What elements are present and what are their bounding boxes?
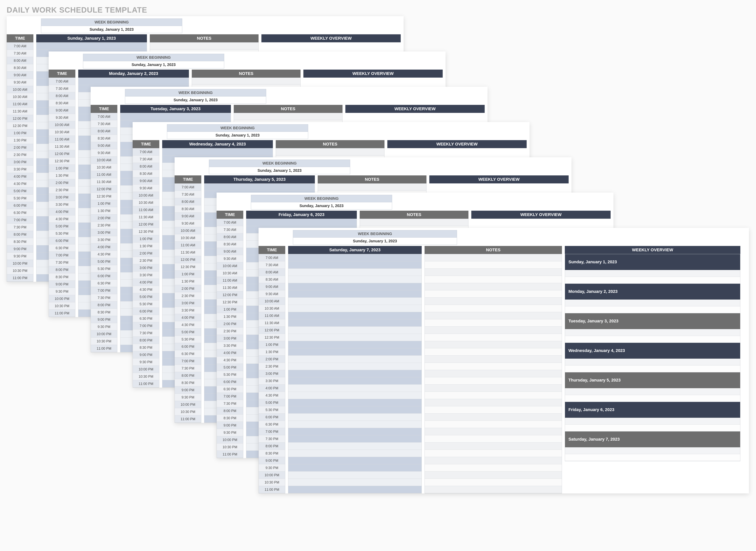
notes-cell[interactable]: [425, 312, 562, 319]
overview-line[interactable]: [565, 359, 740, 366]
notes-cell[interactable]: [425, 291, 562, 298]
notes-cell[interactable]: [425, 276, 562, 283]
schedule-cell[interactable]: [288, 443, 422, 450]
schedule-cell[interactable]: [288, 327, 422, 334]
overview-day-header[interactable]: Saturday, January 7, 2023: [565, 432, 740, 447]
schedule-cell[interactable]: [288, 291, 422, 298]
notes-cell[interactable]: [425, 334, 562, 341]
week-beginning-value[interactable]: Sunday, January 1, 2023: [293, 237, 457, 245]
notes-cell[interactable]: [425, 348, 562, 356]
notes-cell[interactable]: [425, 435, 562, 443]
schedule-cell[interactable]: [36, 42, 147, 50]
overview-line[interactable]: [565, 329, 740, 336]
notes-cell[interactable]: [425, 268, 562, 276]
notes-cell[interactable]: [425, 450, 562, 457]
schedule-cell[interactable]: [288, 450, 422, 457]
notes-cell[interactable]: [425, 392, 562, 399]
schedule-cell[interactable]: [288, 457, 422, 464]
week-beginning-value[interactable]: Sunday, January 1, 2023: [209, 167, 350, 174]
notes-cell[interactable]: [276, 148, 384, 155]
schedule-cell[interactable]: [288, 356, 422, 363]
schedule-cell[interactable]: [288, 341, 422, 348]
overview-day-header[interactable]: Thursday, January 5, 2023: [565, 372, 740, 388]
notes-cell[interactable]: [425, 327, 562, 334]
overview-line[interactable]: [565, 425, 740, 432]
overview-day-header[interactable]: Tuesday, January 3, 2023: [565, 313, 740, 329]
notes-cell[interactable]: [425, 356, 562, 363]
overview-line[interactable]: [565, 418, 740, 425]
schedule-cell[interactable]: [288, 283, 422, 291]
schedule-cell[interactable]: [288, 472, 422, 479]
notes-cell[interactable]: [425, 261, 562, 268]
notes-cell[interactable]: [192, 78, 300, 85]
notes-cell[interactable]: [425, 399, 562, 406]
overview-line[interactable]: [565, 366, 740, 372]
notes-cell[interactable]: [360, 219, 468, 226]
schedule-cell[interactable]: [78, 78, 189, 85]
week-beginning-value[interactable]: Sunday, January 1, 2023: [167, 132, 308, 139]
overview-day-header[interactable]: Sunday, January 1, 2023: [565, 254, 740, 270]
schedule-cell[interactable]: [288, 268, 422, 276]
notes-cell[interactable]: [425, 443, 562, 450]
schedule-cell[interactable]: [288, 464, 422, 472]
notes-cell[interactable]: [425, 283, 562, 291]
schedule-cell[interactable]: [288, 435, 422, 443]
notes-cell[interactable]: [425, 486, 562, 493]
week-beginning-value[interactable]: Sunday, January 1, 2023: [251, 202, 392, 209]
schedule-cell[interactable]: [288, 319, 422, 327]
schedule-cell[interactable]: [288, 479, 422, 486]
schedule-cell[interactable]: [288, 385, 422, 392]
schedule-cell[interactable]: [288, 414, 422, 421]
notes-cell[interactable]: [425, 406, 562, 414]
notes-cell[interactable]: [425, 341, 562, 348]
schedule-cell[interactable]: [288, 305, 422, 312]
overview-line[interactable]: [565, 307, 740, 313]
notes-cell[interactable]: [425, 472, 562, 479]
overview-day-header[interactable]: Wednesday, January 4, 2023: [565, 343, 740, 359]
schedule-cell[interactable]: [204, 183, 315, 191]
notes-cell[interactable]: [425, 414, 562, 421]
notes-cell[interactable]: [425, 305, 562, 312]
notes-cell[interactable]: [425, 464, 562, 472]
schedule-cell[interactable]: [120, 113, 231, 120]
schedule-cell[interactable]: [288, 312, 422, 319]
week-beginning-value[interactable]: Sunday, January 1, 2023: [83, 61, 224, 68]
schedule-cell[interactable]: [288, 392, 422, 399]
schedule-cell[interactable]: [288, 421, 422, 428]
notes-cell[interactable]: [425, 457, 562, 464]
notes-cell[interactable]: [425, 421, 562, 428]
notes-cell[interactable]: [425, 254, 562, 261]
notes-cell[interactable]: [234, 113, 342, 120]
schedule-cell[interactable]: [288, 406, 422, 414]
schedule-cell[interactable]: [288, 377, 422, 385]
overview-line[interactable]: [565, 336, 740, 343]
schedule-cell[interactable]: [163, 148, 273, 155]
overview-line[interactable]: [565, 447, 740, 454]
schedule-cell[interactable]: [288, 298, 422, 305]
notes-cell[interactable]: [425, 363, 562, 370]
schedule-cell[interactable]: [288, 486, 422, 493]
overview-line[interactable]: [565, 270, 740, 277]
schedule-cell[interactable]: [288, 348, 422, 356]
overview-line[interactable]: [565, 388, 740, 395]
schedule-cell[interactable]: [288, 399, 422, 406]
notes-cell[interactable]: [425, 377, 562, 385]
overview-day-header[interactable]: Monday, January 2, 2023: [565, 284, 740, 300]
notes-cell[interactable]: [425, 298, 562, 305]
overview-line[interactable]: [565, 395, 740, 402]
overview-line[interactable]: [565, 454, 740, 461]
notes-cell[interactable]: [425, 370, 562, 377]
notes-cell[interactable]: [425, 319, 562, 327]
schedule-cell[interactable]: [246, 219, 356, 226]
notes-cell[interactable]: [318, 183, 426, 191]
schedule-cell[interactable]: [288, 428, 422, 435]
schedule-cell[interactable]: [288, 370, 422, 377]
schedule-cell[interactable]: [288, 254, 422, 261]
week-beginning-value[interactable]: Sunday, January 1, 2023: [125, 96, 266, 104]
schedule-cell[interactable]: [288, 363, 422, 370]
schedule-cell[interactable]: [288, 261, 422, 268]
notes-cell[interactable]: [425, 428, 562, 435]
schedule-cell[interactable]: [288, 334, 422, 341]
overview-day-header[interactable]: Friday, January 6, 2023: [565, 402, 740, 418]
schedule-cell[interactable]: [288, 276, 422, 283]
